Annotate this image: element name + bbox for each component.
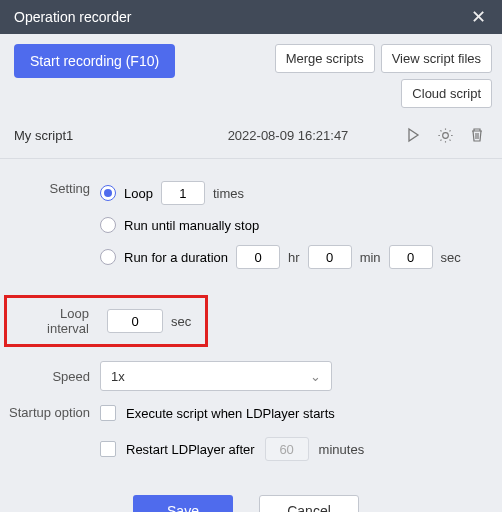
play-icon[interactable]	[402, 124, 424, 146]
speed-label: Speed	[8, 369, 100, 384]
loop-interval-sec-label: sec	[171, 314, 191, 329]
cloud-script-button[interactable]: Cloud script	[401, 79, 492, 108]
radio-run-until-stop[interactable]	[100, 217, 116, 233]
start-recording-button[interactable]: Start recording (F10)	[14, 44, 175, 78]
loop-interval-highlight: Loop interval sec	[4, 295, 208, 347]
speed-select[interactable]: 1x ⌄	[100, 361, 332, 391]
sec-label: sec	[441, 250, 461, 265]
script-timestamp: 2022-08-09 16:21:47	[184, 128, 392, 143]
restart-after-label: Restart LDPlayer after	[126, 442, 255, 457]
radio-loop[interactable]	[100, 185, 116, 201]
gear-icon[interactable]	[434, 124, 456, 146]
duration-hr-input[interactable]	[236, 245, 280, 269]
close-icon[interactable]: ✕	[465, 4, 492, 30]
execute-on-start-label: Execute script when LDPlayer starts	[126, 406, 335, 421]
duration-min-input[interactable]	[308, 245, 352, 269]
checkbox-restart-after[interactable]	[100, 441, 116, 457]
setting-label: Setting	[8, 181, 100, 196]
restart-minutes-input	[265, 437, 309, 461]
hr-label: hr	[288, 250, 300, 265]
view-script-files-button[interactable]: View script files	[381, 44, 492, 73]
duration-sec-input[interactable]	[389, 245, 433, 269]
trash-icon[interactable]	[466, 124, 488, 146]
checkbox-execute-on-start[interactable]	[100, 405, 116, 421]
loop-label: Loop	[124, 186, 153, 201]
script-row: My script1 2022-08-09 16:21:47	[0, 114, 502, 159]
script-name: My script1	[14, 128, 174, 143]
run-until-stop-label: Run until manually stop	[124, 218, 259, 233]
run-duration-label: Run for a duration	[124, 250, 228, 265]
speed-value: 1x	[111, 369, 125, 384]
chevron-down-icon: ⌄	[310, 369, 321, 384]
merge-scripts-button[interactable]: Merge scripts	[275, 44, 375, 73]
save-button[interactable]: Save	[133, 495, 233, 512]
min-label: min	[360, 250, 381, 265]
window-title: Operation recorder	[14, 9, 132, 25]
radio-run-duration[interactable]	[100, 249, 116, 265]
loop-interval-label: Loop interval	[15, 306, 99, 336]
cancel-button[interactable]: Cancel	[259, 495, 359, 512]
loop-times-input[interactable]	[161, 181, 205, 205]
minutes-label: minutes	[319, 442, 365, 457]
loop-interval-input[interactable]	[107, 309, 163, 333]
times-label: times	[213, 186, 244, 201]
startup-option-label: Startup option	[8, 405, 100, 420]
